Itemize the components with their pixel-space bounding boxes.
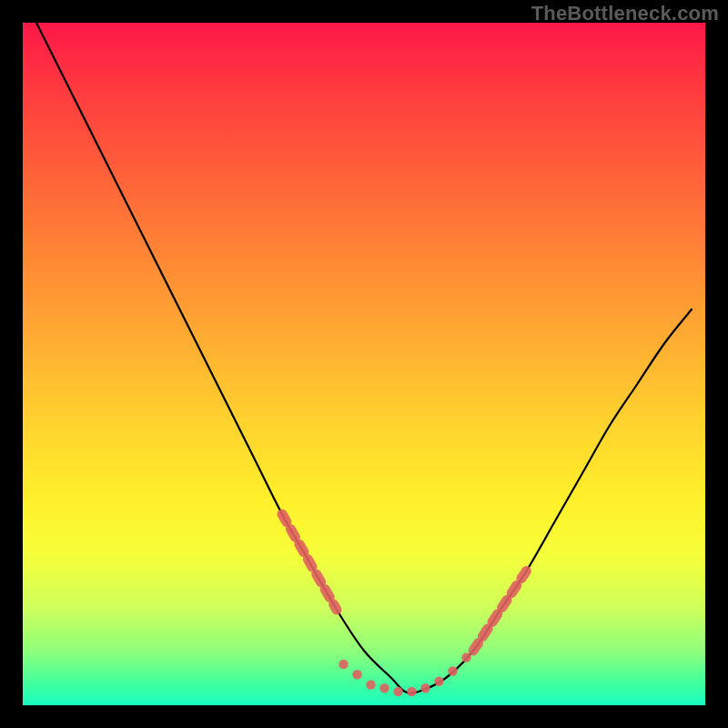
chart-plot-area [23,23,705,705]
trough-dot [461,652,470,662]
trough-dots [339,652,470,696]
trough-dot [366,680,375,689]
highlight-right [473,569,528,651]
trough-dot [434,677,443,686]
trough-dot [420,683,430,693]
trough-dot [352,670,361,679]
bottleneck-curve-path [36,23,692,693]
trough-dot [379,683,389,693]
trough-dot [448,666,457,675]
bottleneck-curve-svg [23,23,705,705]
trough-dot [407,687,416,696]
trough-dot [393,687,402,696]
highlight-left [282,514,337,610]
watermark-text: TheBottleneck.com [531,2,719,25]
trough-dot [339,660,348,669]
